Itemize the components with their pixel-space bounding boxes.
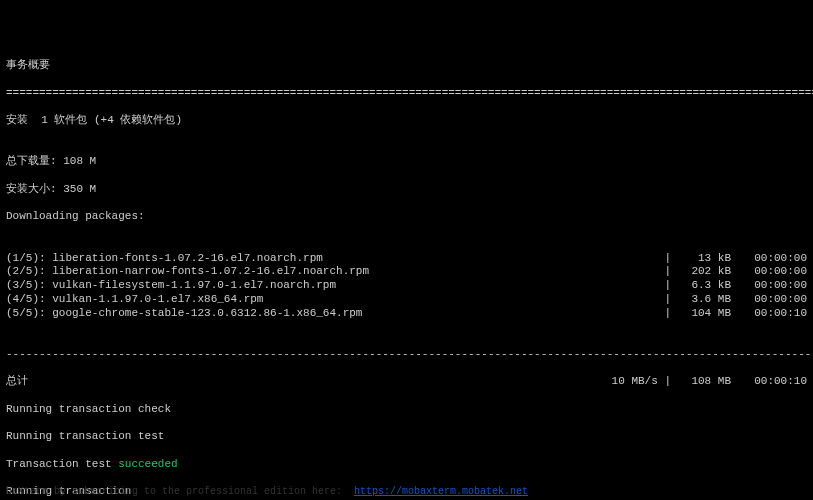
trans-test: Running transaction test <box>6 430 807 444</box>
install-summary: 安装 1 软件包 (+4 依赖软件包) <box>6 114 807 128</box>
download-row: (2/5): liberation-narrow-fonts-1.07.2-16… <box>6 265 807 279</box>
downloading-packages: Downloading packages: <box>6 210 807 224</box>
download-size: 104 MB <box>671 307 731 321</box>
download-time: 00:00:10 <box>737 307 807 321</box>
trans-check: Running transaction check <box>6 403 807 417</box>
transaction-title: 事务概要 <box>6 59 807 73</box>
download-size: 6.3 kB <box>671 279 731 293</box>
footer-promo: baXterm by subscribing to the profession… <box>6 486 528 499</box>
trans-test-result: Transaction test succeeded <box>6 458 807 472</box>
total-size: 108 MB <box>671 375 731 389</box>
download-row: (4/5): vulkan-1.1.97.0-1.el7.x86_64.rpm|… <box>6 293 807 307</box>
download-list: (1/5): liberation-fonts-1.07.2-16.el7.no… <box>6 252 807 321</box>
download-name: (4/5): vulkan-1.1.97.0-1.el7.x86_64.rpm <box>6 293 263 307</box>
download-name: (2/5): liberation-narrow-fonts-1.07.2-16… <box>6 265 369 279</box>
download-time: 00:00:00 <box>737 279 807 293</box>
download-time: 00:00:00 <box>737 293 807 307</box>
total-rate: 10 MB/s <box>612 375 658 387</box>
total-label: 总计 <box>6 375 28 389</box>
download-name: (1/5): liberation-fonts-1.07.2-16.el7.no… <box>6 252 323 266</box>
download-size: 13 kB <box>671 252 731 266</box>
succeeded-text: succeeded <box>118 458 177 470</box>
install-size: 安装大小: 350 M <box>6 183 807 197</box>
download-total-row: 总计 10 MB/s |108 MB00:00:10 <box>6 375 807 389</box>
download-row: (5/5): google-chrome-stable-123.0.6312.8… <box>6 307 807 321</box>
download-time: 00:00:00 <box>737 265 807 279</box>
download-total: 总下载量: 108 M <box>6 155 807 169</box>
promo-link[interactable]: https://mobaxterm.mobatek.net <box>354 486 528 497</box>
total-time: 00:00:10 <box>737 375 807 389</box>
download-name: (3/5): vulkan-filesystem-1.1.97.0-1.el7.… <box>6 279 336 293</box>
divider-dash: ----------------------------------------… <box>6 348 807 362</box>
divider-equal: ========================================… <box>6 87 807 101</box>
download-size: 3.6 MB <box>671 293 731 307</box>
download-name: (5/5): google-chrome-stable-123.0.6312.8… <box>6 307 362 321</box>
download-time: 00:00:00 <box>737 252 807 266</box>
download-row: (1/5): liberation-fonts-1.07.2-16.el7.no… <box>6 252 807 266</box>
download-size: 202 kB <box>671 265 731 279</box>
download-row: (3/5): vulkan-filesystem-1.1.97.0-1.el7.… <box>6 279 807 293</box>
